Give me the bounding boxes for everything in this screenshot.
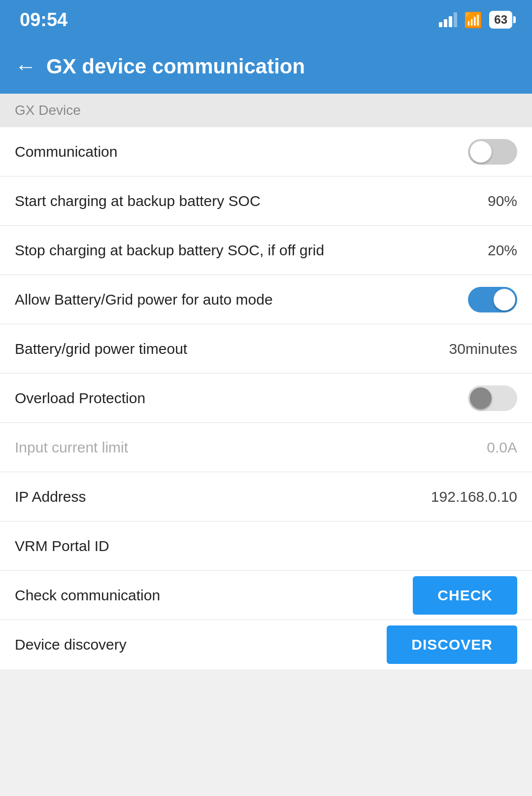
toggle-knob-overload (470, 387, 492, 409)
label-communication: Communication (15, 143, 468, 160)
row-check-communication: Check communication CHECK (0, 571, 532, 620)
label-start-charging-soc: Start charging at backup battery SOC (15, 193, 478, 209)
row-allow-battery-grid: Allow Battery/Grid power for auto mode (0, 275, 532, 324)
row-ip-address[interactable]: IP Address 192.168.0.10 (0, 472, 532, 521)
value-battery-grid-timeout: 30minutes (449, 341, 517, 357)
check-button[interactable]: CHECK (413, 576, 517, 615)
row-battery-grid-timeout[interactable]: Battery/grid power timeout 30minutes (0, 324, 532, 374)
label-overload-protection: Overload Protection (15, 390, 468, 407)
toggle-allow-battery-grid[interactable] (468, 287, 517, 312)
toggle-knob-communication (470, 141, 492, 163)
battery-indicator: 63 (489, 11, 512, 29)
row-device-discovery: Device discovery DISCOVER (0, 620, 532, 669)
section-header-label: GX Device (15, 103, 81, 118)
label-battery-grid-timeout: Battery/grid power timeout (15, 341, 439, 357)
settings-list: Communication Start charging at backup b… (0, 127, 532, 669)
toggle-communication[interactable] (468, 139, 517, 165)
value-input-current-limit: 0.0A (487, 439, 517, 456)
back-button[interactable]: ← (15, 56, 36, 77)
value-start-charging-soc: 90% (488, 193, 517, 209)
label-check-communication: Check communication (15, 587, 413, 604)
wifi-icon: 📶 (464, 11, 482, 29)
label-allow-battery-grid: Allow Battery/Grid power for auto mode (15, 291, 468, 308)
signal-icon (439, 12, 457, 27)
battery-level: 63 (494, 13, 507, 27)
discover-button[interactable]: DISCOVER (387, 625, 517, 664)
section-header: GX Device (0, 94, 532, 127)
label-vrm-portal-id: VRM Portal ID (15, 538, 507, 554)
label-device-discovery: Device discovery (15, 636, 387, 653)
row-start-charging-soc[interactable]: Start charging at backup battery SOC 90% (0, 176, 532, 226)
row-overload-protection: Overload Protection (0, 374, 532, 423)
row-stop-charging-soc[interactable]: Stop charging at backup battery SOC, if … (0, 226, 532, 275)
label-stop-charging-soc: Stop charging at backup battery SOC, if … (15, 242, 478, 259)
toggle-knob-battery-grid (494, 289, 515, 311)
status-bar: 09:54 📶 63 (0, 0, 532, 39)
label-input-current-limit: Input current limit (15, 439, 477, 456)
row-input-current-limit: Input current limit 0.0A (0, 423, 532, 472)
row-vrm-portal-id[interactable]: VRM Portal ID (0, 521, 532, 571)
row-communication: Communication (0, 127, 532, 176)
status-icons: 📶 63 (439, 11, 512, 29)
page-title: GX device communication (46, 55, 305, 78)
bottom-filler (0, 669, 532, 699)
toggle-overload-protection[interactable] (468, 385, 517, 411)
label-ip-address: IP Address (15, 488, 421, 505)
value-stop-charging-soc: 20% (488, 242, 517, 259)
status-time: 09:54 (20, 9, 67, 31)
app-bar: ← GX device communication (0, 39, 532, 94)
value-ip-address: 192.168.0.10 (431, 488, 517, 505)
